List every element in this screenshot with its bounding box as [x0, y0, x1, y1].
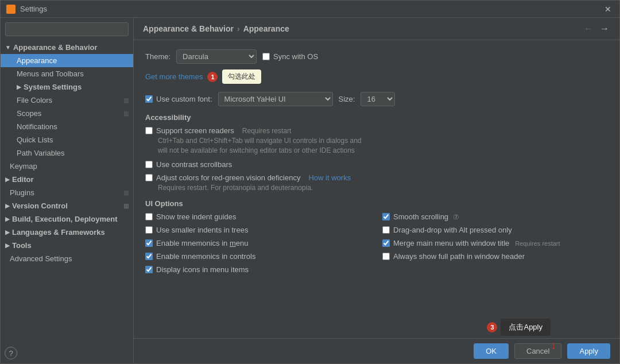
- ui-options-col2: Smooth scrolling ⑦ Drag-and-drop with Al…: [382, 212, 608, 278]
- merge-menu-checkbox[interactable]: [382, 239, 390, 247]
- annotation-3-container: 3 点击Apply ↓: [487, 319, 551, 336]
- breadcrumb-parent: Appearance & Behavior: [143, 24, 234, 33]
- tree-indent-label: Show tree indent guides: [156, 212, 236, 221]
- sidebar-item-version-control-group[interactable]: ▶ Version Control ▥: [1, 199, 133, 212]
- ui-options-grid: Show tree indent guides Use smaller inde…: [145, 212, 608, 278]
- merge-menu-restart-note: Requires restart: [515, 240, 560, 247]
- sidebar-tree: ▼ Appearance & Behavior Appearance Menus…: [1, 41, 133, 363]
- sidebar-item-appearance-behavior-group[interactable]: ▼ Appearance & Behavior: [1, 41, 133, 54]
- sidebar-item-advanced-settings[interactable]: Advanced Settings: [1, 252, 133, 265]
- expand-arrow-build-icon: ▶: [5, 216, 10, 222]
- smooth-scrolling-label: Smooth scrolling: [393, 212, 448, 221]
- screen-readers-note: Requires restart: [242, 127, 291, 135]
- close-button[interactable]: ✕: [602, 3, 614, 15]
- mnemonics-controls-row[interactable]: Enable mnemonics in controls: [145, 252, 255, 261]
- merge-menu-row[interactable]: Merge main menu with window title Requir…: [382, 239, 560, 247]
- drag-drop-label: Drag-and-drop with Alt pressed only: [393, 226, 512, 234]
- drag-drop-checkbox[interactable]: [382, 226, 390, 234]
- sync-with-os-row[interactable]: Sync with OS: [262, 52, 318, 61]
- sidebar-item-appearance[interactable]: Appearance: [1, 54, 133, 67]
- size-select[interactable]: 16 12 14 18: [361, 92, 395, 106]
- sidebar-item-scopes[interactable]: Scopes ▥: [1, 107, 133, 120]
- get-more-themes-badge: 1: [207, 72, 218, 82]
- sidebar-item-menus-toolbars[interactable]: Menus and Toolbars: [1, 67, 133, 80]
- window-title: Settings: [20, 5, 47, 13]
- search-input[interactable]: [5, 22, 129, 36]
- expand-arrow-vc-icon: ▶: [5, 203, 10, 209]
- size-label: Size:: [339, 95, 355, 103]
- sidebar-item-notifications[interactable]: Notifications: [1, 120, 133, 133]
- drag-drop-row[interactable]: Drag-and-drop with Alt pressed only: [382, 226, 512, 234]
- sidebar-item-keymap[interactable]: Keymap: [1, 160, 133, 173]
- sidebar-item-languages-group[interactable]: ▶ Languages & Frameworks: [1, 226, 133, 239]
- sidebar-item-quick-lists[interactable]: Quick Lists: [1, 133, 133, 146]
- sidebar-system-settings-label: System Settings: [24, 83, 82, 91]
- display-icons-row[interactable]: Display icons in menu items: [145, 265, 249, 274]
- sidebar-item-path-variables[interactable]: Path Variables: [1, 146, 133, 160]
- full-path-label: Always show full path in window header: [393, 252, 525, 261]
- ok-button[interactable]: OK: [474, 343, 509, 359]
- merge-menu-option: Merge main menu with window title Requir…: [382, 239, 608, 247]
- display-icons-checkbox[interactable]: [145, 266, 153, 273]
- sidebar-item-file-colors[interactable]: File Colors ▥: [1, 94, 133, 107]
- annotation-3-label: 点击Apply: [501, 319, 551, 336]
- vc-icon: ▥: [123, 203, 129, 209]
- full-path-option: Always show full path in window header: [382, 252, 608, 261]
- smooth-scrolling-checkbox[interactable]: [382, 213, 390, 220]
- tree-indent-row[interactable]: Show tree indent guides: [145, 212, 236, 221]
- contrast-scrollbars-row[interactable]: Use contrast scrollbars: [145, 160, 608, 169]
- custom-font-checkbox[interactable]: [145, 95, 153, 103]
- color-blind-row[interactable]: Adjust colors for red-green vision defic…: [145, 173, 608, 182]
- sidebar: ▼ Appearance & Behavior Appearance Menus…: [1, 18, 134, 363]
- sidebar-group-label: Appearance & Behavior: [13, 43, 98, 52]
- sidebar-item-build-group[interactable]: ▶ Build, Execution, Deployment: [1, 212, 133, 226]
- nav-back-arrow[interactable]: ←: [583, 22, 594, 35]
- custom-font-checkbox-row[interactable]: Use custom font:: [145, 95, 212, 103]
- apply-button[interactable]: Apply: [567, 343, 610, 359]
- ui-options-title: UI Options: [145, 199, 608, 208]
- mnemonics-menu-checkbox[interactable]: [145, 239, 153, 247]
- smooth-scrolling-help-icon[interactable]: ⑦: [453, 213, 459, 221]
- smooth-scrolling-row[interactable]: Smooth scrolling ⑦: [382, 212, 459, 221]
- display-icons-option: Display icons in menu items: [145, 265, 371, 274]
- get-more-themes-row: Get more themes 1 勾选此处: [145, 69, 608, 84]
- sidebar-item-system-settings-group[interactable]: ▶ System Settings: [1, 80, 133, 94]
- mnemonics-menu-row[interactable]: Enable mnemonics in menu: [145, 239, 248, 247]
- theme-select[interactable]: Darcula IntelliJ Light High Contrast: [176, 49, 257, 64]
- expand-arrow-lang-icon: ▶: [5, 229, 10, 235]
- scopes-icon: ▥: [123, 110, 129, 117]
- file-colors-icon: ▥: [123, 97, 129, 103]
- nav-arrows: ← →: [583, 22, 610, 35]
- mnemonics-controls-checkbox[interactable]: [145, 253, 153, 260]
- get-more-themes-link[interactable]: Get more themes: [145, 72, 203, 81]
- screen-readers-row[interactable]: Support screen readers Requires restart: [145, 126, 608, 135]
- screen-readers-sub: Ctrl+Tab and Ctrl+Shift+Tab will navigat…: [158, 136, 608, 156]
- contrast-scrollbars-checkbox[interactable]: [145, 161, 153, 168]
- screen-readers-checkbox[interactable]: [145, 127, 153, 134]
- theme-label: Theme:: [145, 52, 170, 61]
- display-icons-label: Display icons in menu items: [156, 265, 249, 274]
- main-content: ▼ Appearance & Behavior Appearance Menus…: [1, 18, 619, 363]
- get-more-themes-tooltip: 勾选此处: [222, 69, 261, 84]
- tree-indent-checkbox[interactable]: [145, 213, 153, 220]
- sidebar-item-plugins[interactable]: Plugins ▥: [1, 186, 133, 199]
- footer: 3 点击Apply ↓ OK Cancel Apply: [134, 338, 619, 363]
- color-blind-label: Adjust colors for red-green vision defic…: [156, 173, 300, 182]
- help-button[interactable]: ?: [5, 347, 17, 359]
- full-path-row[interactable]: Always show full path in window header: [382, 252, 525, 261]
- sidebar-item-tools-group[interactable]: ▶ Tools: [1, 239, 133, 252]
- smaller-indents-row[interactable]: Use smaller indents in trees: [145, 226, 248, 234]
- smaller-indents-checkbox[interactable]: [145, 226, 153, 234]
- mnemonics-menu-label: Enable mnemonics in menu: [156, 239, 248, 247]
- full-path-checkbox[interactable]: [382, 253, 390, 260]
- sidebar-editor-label: Editor: [12, 175, 34, 184]
- how-it-works-link[interactable]: How it works: [308, 173, 351, 182]
- color-blind-checkbox[interactable]: [145, 174, 153, 181]
- sync-with-os-checkbox[interactable]: [262, 53, 270, 60]
- nav-forward-arrow[interactable]: →: [599, 22, 610, 35]
- font-select[interactable]: Microsoft YaHei UI: [218, 92, 333, 106]
- custom-font-label: Use custom font:: [156, 95, 212, 103]
- sidebar-build-label: Build, Execution, Deployment: [12, 215, 117, 223]
- accessibility-title: Accessibility: [145, 113, 608, 122]
- sidebar-item-editor-group[interactable]: ▶ Editor: [1, 173, 133, 186]
